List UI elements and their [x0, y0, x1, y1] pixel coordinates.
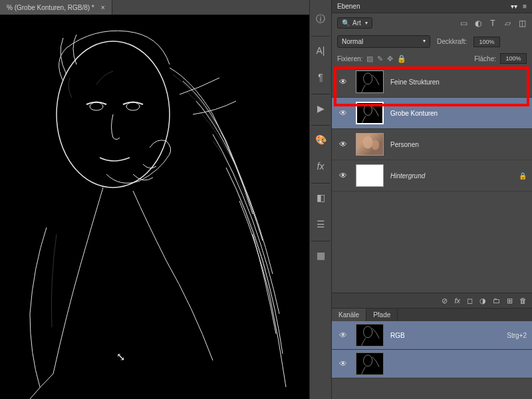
- blend-mode-row: Normal Deckkraft: 100%: [332, 33, 532, 51]
- layers-panel-title: Ebenen: [337, 3, 360, 10]
- channels-panel: Kanäle Pfade 👁 RGB Strg+2 👁: [332, 309, 532, 399]
- layer-thumbnail[interactable]: [356, 164, 384, 187]
- new-layer-icon[interactable]: ⊞: [507, 297, 513, 305]
- svg-rect-12: [356, 353, 383, 374]
- layer-row-feine-strukturen[interactable]: 👁 Feine Strukturen: [332, 66, 532, 98]
- svg-rect-6: [357, 103, 382, 123]
- svg-point-8: [363, 136, 373, 149]
- opacity-label: Deckkraft:: [437, 38, 467, 45]
- lock-all-icon[interactable]: 🔒: [397, 55, 406, 63]
- filter-label: Art: [352, 19, 361, 27]
- layer-filter-select[interactable]: 🔍 Art ▾: [337, 17, 372, 29]
- layer-thumbnail[interactable]: [356, 102, 384, 124]
- eye-icon: 👁: [339, 171, 347, 180]
- eye-icon: 👁: [339, 359, 347, 368]
- filter-shape-icon[interactable]: ▱: [503, 19, 512, 28]
- eye-icon: 👁: [339, 140, 347, 149]
- layers-panel-header: Ebenen ▾▾ ≡: [332, 0, 532, 13]
- paragraph-panel-icon[interactable]: ¶: [311, 67, 331, 87]
- eye-icon: 👁: [339, 331, 347, 340]
- lock-label: Fixieren:: [337, 55, 362, 63]
- layer-filter-toolbar: 🔍 Art ▾ ▭ ◐ T ▱ ◫: [332, 13, 532, 33]
- layer-row-personen[interactable]: 👁 Personen: [332, 129, 532, 160]
- layer-thumbnail[interactable]: [356, 133, 384, 156]
- channel-row[interactable]: 👁: [332, 350, 532, 378]
- opacity-field[interactable]: 100%: [473, 37, 500, 47]
- adjustments-panel-icon[interactable]: ◧: [311, 188, 331, 207]
- panel-menu-icon[interactable]: ≡: [523, 3, 527, 10]
- channel-thumbnail[interactable]: [356, 324, 384, 346]
- layer-name: Feine Strukturen: [390, 78, 527, 86]
- layer-name: Hintergrund: [390, 172, 512, 180]
- layer-name: Personen: [390, 141, 527, 148]
- svg-rect-4: [356, 71, 383, 92]
- fill-label: Fläche:: [474, 55, 496, 63]
- tab-channels[interactable]: Kanäle: [332, 309, 366, 321]
- panel-icon[interactable]: ▦: [311, 245, 331, 265]
- channels-tabs: Kanäle Pfade: [332, 309, 532, 321]
- swatches-panel-icon[interactable]: 🎨: [311, 130, 331, 150]
- visibility-toggle[interactable]: 👁: [337, 359, 349, 368]
- filter-adjustment-icon[interactable]: ◐: [473, 19, 483, 28]
- visibility-toggle[interactable]: 👁: [337, 108, 349, 118]
- channel-shortcut: Strg+2: [507, 332, 527, 339]
- channel-row-rgb[interactable]: 👁 RGB Strg+2: [332, 321, 532, 350]
- collapse-icon[interactable]: ▾▾: [511, 3, 517, 10]
- play-icon[interactable]: ▶: [311, 98, 331, 118]
- link-layers-icon[interactable]: ⊘: [442, 297, 448, 305]
- delete-layer-icon[interactable]: 🗑: [519, 297, 527, 305]
- chevron-down-icon: ▾: [365, 20, 368, 26]
- layers-list: 👁 Feine Strukturen 👁 Grobe Konturen 👁 Pe…: [332, 66, 532, 192]
- visibility-toggle[interactable]: 👁: [337, 171, 349, 180]
- fill-field[interactable]: 100%: [500, 53, 527, 64]
- lock-icon: 🔒: [519, 172, 527, 180]
- channel-name: RGB: [390, 332, 500, 339]
- filter-smart-icon[interactable]: ◫: [517, 19, 527, 28]
- adjustment-layer-icon[interactable]: ◑: [479, 297, 486, 305]
- layer-mask-icon[interactable]: ◻: [467, 297, 473, 305]
- lock-transparent-icon[interactable]: ▨: [366, 55, 373, 63]
- visibility-toggle[interactable]: 👁: [337, 77, 349, 86]
- channel-thumbnail[interactable]: [356, 352, 384, 375]
- layer-thumbnail[interactable]: [356, 70, 384, 93]
- document-tab[interactable]: % (Grobe Konturen, RGB/8) * ×: [0, 0, 112, 15]
- document-tab-bar: % (Grobe Konturen, RGB/8) * ×: [0, 0, 112, 15]
- layers-extra-icon[interactable]: ☰: [311, 214, 331, 234]
- canvas[interactable]: ⤡: [0, 15, 309, 399]
- visibility-toggle[interactable]: 👁: [337, 331, 349, 340]
- group-icon[interactable]: 🗀: [493, 297, 500, 305]
- filter-image-icon[interactable]: ▭: [459, 19, 468, 28]
- canvas-image: ⤡: [0, 15, 309, 399]
- character-panel-icon[interactable]: A|: [311, 41, 331, 61]
- eye-icon: 👁: [339, 77, 347, 86]
- tab-paths[interactable]: Pfade: [366, 309, 398, 321]
- layer-name: Grobe Konturen: [390, 110, 527, 117]
- svg-point-9: [372, 140, 379, 150]
- layer-row-hintergrund[interactable]: 👁 Hintergrund 🔒: [332, 160, 532, 192]
- search-icon: 🔍: [342, 19, 350, 27]
- layer-row-grobe-konturen[interactable]: 👁 Grobe Konturen: [332, 98, 532, 129]
- styles-panel-icon[interactable]: fx: [311, 156, 331, 176]
- info-panel-icon[interactable]: ⓘ: [311, 9, 331, 29]
- svg-rect-10: [356, 325, 383, 346]
- collapsed-panel-dock: ⓘ A| ¶ ▶ 🎨 fx ◧ ☰ ▦: [309, 0, 332, 399]
- filter-type-icon[interactable]: T: [488, 19, 497, 28]
- tab-title: % (Grobe Konturen, RGB/8) *: [7, 4, 94, 11]
- lock-paint-icon[interactable]: ✎: [377, 55, 383, 63]
- lock-row: Fixieren: ▨ ✎ ✥ 🔒 Fläche: 100%: [332, 51, 532, 66]
- svg-rect-0: [0, 15, 309, 399]
- layer-fx-icon[interactable]: fx: [454, 297, 460, 305]
- eye-icon: 👁: [339, 108, 347, 118]
- blend-mode-select[interactable]: Normal: [337, 35, 430, 48]
- layers-bottom-toolbar: ⊘ fx ◻ ◑ 🗀 ⊞ 🗑: [332, 293, 532, 309]
- visibility-toggle[interactable]: 👁: [337, 140, 349, 149]
- lock-position-icon[interactable]: ✥: [387, 55, 393, 63]
- close-icon[interactable]: ×: [101, 4, 105, 11]
